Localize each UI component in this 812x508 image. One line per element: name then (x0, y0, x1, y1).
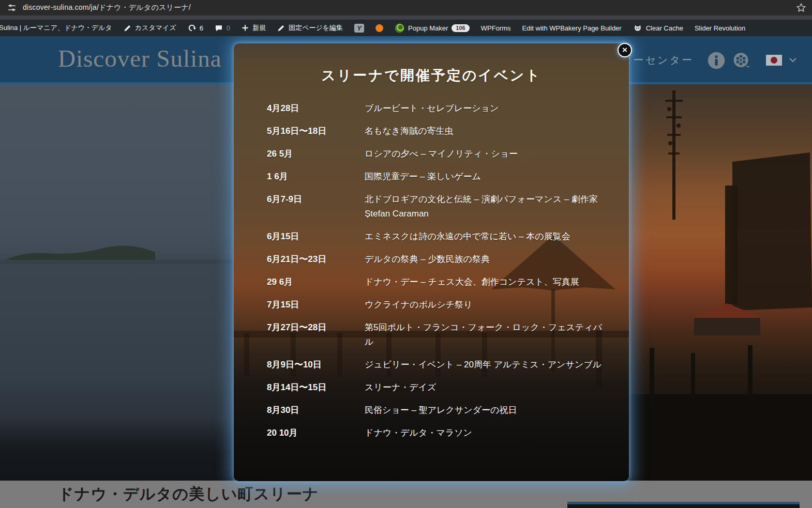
event-name: 北ドブロギアの文化と伝統 – 演劇パフォーマンス – 劇作家 Ștefan Ca… (365, 192, 603, 221)
event-row: 5月16日〜18日 名もなき海賊の寄生虫 (267, 124, 610, 138)
event-list: 4月28日 ブルービート・セレブレーション 5月16日〜18日 名もなき海賊の寄… (234, 101, 629, 440)
event-name: エミネスクは詩の永遠の中で常に若い – 本の展覧会 (365, 229, 603, 244)
event-date: 6月21日〜23日 (267, 252, 365, 267)
clear-cache-label: Clear Cache (646, 24, 683, 32)
admin-wpforms[interactable]: WPForms (475, 20, 517, 36)
event-date: 1 6月 (267, 170, 365, 184)
customize-label: カスタマイズ (135, 23, 176, 33)
admin-comments[interactable]: 0 (209, 20, 236, 36)
admin-updates[interactable]: 6 (182, 20, 209, 36)
admin-yoast[interactable]: Y (349, 20, 370, 36)
slider-revolution-label: Slider Revolution (695, 24, 745, 32)
event-date: 5月16日〜18日 (267, 124, 365, 138)
popup-maker-label: Popup Maker (408, 24, 448, 32)
admin-customize[interactable]: カスタマイズ (118, 20, 182, 36)
event-name: 民俗ショー – 聖アレクサンダーの祝日 (365, 403, 603, 418)
admin-slider-revolution[interactable]: Slider Revolution (689, 20, 751, 36)
hero-left-silhouette (0, 84, 234, 481)
event-date: 8月9日〜10日 (267, 358, 365, 372)
admin-notification[interactable] (370, 20, 389, 36)
chevron-down-icon[interactable] (789, 58, 796, 63)
site-logo[interactable]: Discover Sulina (58, 44, 222, 72)
events-popup: スリーナで開催予定のイベント 4月28日 ブルービート・セレブレーション 5月1… (234, 43, 629, 481)
event-row: 20 10月 ドナウ・デルタ・マラソン (267, 426, 610, 440)
event-name: ロシアの夕べ – マイノリティ・ショー (365, 147, 603, 161)
modal-content: スリーナで開催予定のイベント 4月28日 ブルービート・セレブレーション 5月1… (234, 43, 629, 440)
orange-dot-icon (375, 24, 383, 32)
wp-admin-bar: Sulina | ルーマニア、ドナウ・デルタ カスタマイズ 6 0 新規 固定ペ… (0, 20, 812, 36)
hero-image-delta (0, 84, 234, 481)
yoast-icon: Y (354, 24, 364, 33)
event-date: 8月30日 (267, 403, 365, 418)
comments-count: 0 (227, 24, 230, 32)
event-row: 8月14日〜15日 スリーナ・デイズ (267, 380, 610, 395)
japan-flag-icon[interactable] (766, 55, 782, 66)
event-name: デルタの祭典 – 少数民族の祭典 (365, 252, 603, 267)
event-row: 7月27日〜28日 第5回ポルト・フランコ・フォーク・ロック・フェスティバル (267, 320, 610, 349)
updates-count: 6 (200, 24, 203, 32)
admin-site-name-label: Sulina | ルーマニア、ドナウ・デルタ (0, 23, 112, 33)
hero-right-silhouette (629, 84, 812, 481)
updates-icon (188, 24, 196, 32)
event-row: 8月30日 民俗ショー – 聖アレクサンダーの祝日 (267, 403, 610, 418)
event-row: 7月15日 ウクライナのボルシチ祭り (267, 298, 610, 312)
close-icon[interactable]: × (618, 43, 632, 57)
admin-new[interactable]: 新規 (236, 20, 272, 36)
wpbakery-label: Edit with WPBakery Page Builder (522, 24, 621, 32)
event-row: 6月15日 エミネスクは詩の永遠の中で常に若い – 本の展覧会 (267, 229, 610, 244)
new-label: 新規 (252, 23, 266, 33)
customize-brush-icon (124, 24, 131, 32)
event-row: 6月21日〜23日 デルタの祭典 – 少数民族の祭典 (267, 252, 610, 267)
admin-clear-cache[interactable]: Clear Cache (627, 20, 689, 36)
popup-maker-count-badge: 106 (452, 24, 469, 32)
edit-page-label: 固定ページを編集 (289, 23, 343, 33)
plus-icon (242, 24, 249, 32)
event-name: ウクライナのボルシチ祭り (365, 298, 603, 312)
admin-edit-page[interactable]: 固定ページを編集 (272, 20, 349, 36)
info-icon[interactable] (707, 51, 726, 70)
hero-image-town (629, 84, 812, 481)
modal-title: スリーナで開催予定のイベント (234, 43, 629, 85)
comments-bubble-icon (215, 24, 223, 32)
event-date: 7月15日 (267, 298, 365, 312)
page-title: ドナウ・デルタの美しい町スリーナ (58, 484, 319, 505)
event-name: ジュビリー・イベント – 20周年 アルテミス・アンサンブル (365, 358, 603, 372)
event-date: 8月14日〜15日 (267, 380, 365, 395)
event-name: 第5回ポルト・フランコ・フォーク・ロック・フェスティバル (365, 320, 603, 349)
event-date: 20 10月 (267, 426, 365, 440)
content-image-frame (567, 502, 800, 508)
event-row: 6月7-9日 北ドブロギアの文化と伝統 – 演劇パフォーマンス – 劇作家 Șt… (267, 192, 610, 221)
url-text[interactable]: discover-sulina.com/ja/ドナウ・デルタのスリーナ/ (23, 3, 191, 12)
wpforms-label: WPForms (481, 24, 511, 32)
event-row: 1 6月 国際児童デー – 楽しいゲーム (267, 170, 610, 184)
browser-address-bar[interactable]: discover-sulina.com/ja/ドナウ・デルタのスリーナ/ (0, 0, 812, 16)
event-row: 4月28日 ブルービート・セレブレーション (267, 101, 610, 116)
event-date: 7月27日〜28日 (267, 320, 365, 349)
film-reel-icon[interactable] (733, 51, 751, 70)
event-row: 26 5月 ロシアの夕べ – マイノリティ・ショー (267, 147, 610, 161)
event-name: 国際児童デー – 楽しいゲーム (365, 170, 603, 184)
event-name: 名もなき海賊の寄生虫 (365, 124, 603, 138)
admin-wpbakery[interactable]: Edit with WPBakery Page Builder (516, 20, 627, 36)
event-date: 6月7-9日 (267, 192, 365, 221)
event-name: ドナウ・デルタ・マラソン (365, 426, 603, 440)
browser-toolbar-divider (0, 16, 812, 20)
event-name: ブルービート・セレブレーション (365, 101, 603, 116)
event-date: 29 6月 (267, 275, 365, 289)
popup-maker-icon (395, 23, 404, 33)
site-settings-icon[interactable] (7, 3, 17, 12)
admin-popup-maker[interactable]: Popup Maker 106 (389, 20, 475, 36)
event-date: 26 5月 (267, 147, 365, 161)
cache-cat-icon (633, 24, 642, 33)
flag-sun (771, 57, 777, 64)
event-row: 29 6月 ドナウ・デー – チェス大会、創作コンテスト、写真展 (267, 275, 610, 289)
event-name: スリーナ・デイズ (365, 380, 603, 395)
bookmark-star-icon[interactable] (795, 2, 807, 13)
event-name: ドナウ・デー – チェス大会、創作コンテスト、写真展 (365, 275, 603, 289)
admin-site-name[interactable]: Sulina | ルーマニア、ドナウ・デルタ (0, 20, 118, 36)
event-date: 4月28日 (267, 101, 365, 116)
event-date: 6月15日 (267, 229, 365, 244)
event-row: 8月9日〜10日 ジュビリー・イベント – 20周年 アルテミス・アンサンブル (267, 358, 610, 372)
edit-pencil-icon (277, 24, 285, 32)
